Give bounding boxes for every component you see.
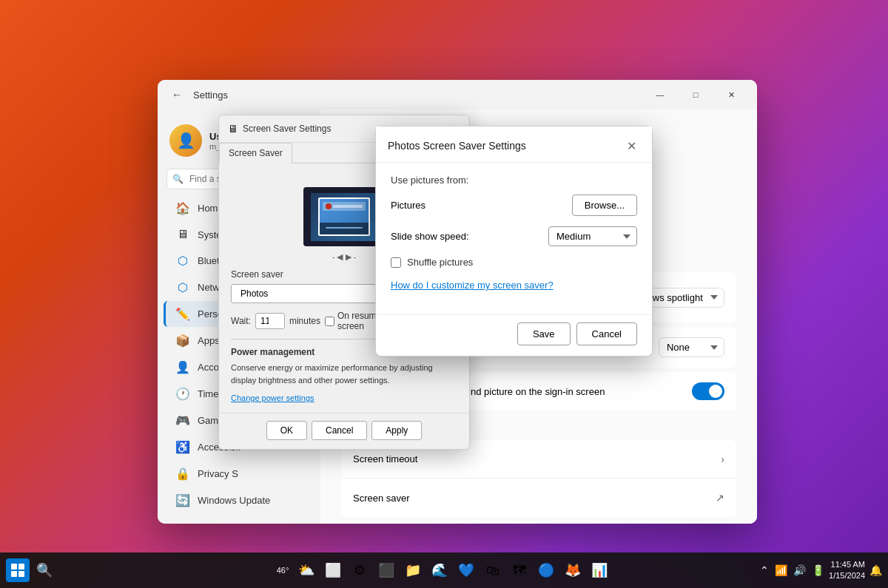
taskbar-weather[interactable]: ⛅ bbox=[295, 558, 318, 582]
screen-saver-label: Screen saver bbox=[353, 493, 410, 504]
taskbar-teams[interactable]: 💙 bbox=[454, 558, 478, 582]
notification-bell-icon[interactable]: 🔔 bbox=[870, 564, 882, 576]
use-pictures-label: Use pictures from: bbox=[391, 175, 637, 186]
browse-button[interactable]: Browse... bbox=[572, 195, 637, 216]
time-display: 11:45 AM 1/15/2024 bbox=[829, 559, 865, 582]
gaming-icon: 🎮 bbox=[175, 413, 190, 428]
status-control: None Weather Mail bbox=[659, 337, 724, 357]
minutes-label: minutes bbox=[289, 316, 320, 326]
photos-footer: Save Cancel bbox=[376, 314, 652, 356]
speed-row: Slide show speed: Medium Slow Fast bbox=[391, 226, 637, 246]
battery-icon[interactable]: 🔋 bbox=[812, 564, 824, 576]
minimize-button[interactable]: — bbox=[643, 83, 677, 107]
taskbar-right: ⌃ 📶 🔊 🔋 11:45 AM 1/15/2024 🔔 bbox=[760, 559, 882, 582]
taskbar-settings-pinned[interactable]: ⚙ bbox=[348, 558, 371, 582]
accessibility-icon: ♿ bbox=[175, 440, 190, 454]
photos-save-button[interactable]: Save bbox=[517, 322, 571, 345]
network-icon: ⬡ bbox=[175, 280, 190, 294]
signin-toggle[interactable] bbox=[692, 382, 724, 400]
window-title: Settings bbox=[193, 89, 637, 101]
pictures-row: Pictures Browse... bbox=[391, 195, 637, 216]
ss-cancel-button[interactable]: Cancel bbox=[312, 421, 367, 440]
resume-checkbox[interactable] bbox=[325, 317, 334, 326]
apps-icon: 📦 bbox=[175, 334, 190, 348]
notification-area: ⌃ 📶 🔊 🔋 bbox=[760, 564, 824, 576]
title-bar: ← Settings — □ ✕ bbox=[158, 80, 757, 109]
taskbar-center: 46° ⛅ ⬜ ⚙ ⬛ 📁 🌊 💙 🛍 🗺 🔵 🦊 📊 bbox=[277, 558, 612, 582]
sidebar-item-windows-update[interactable]: 🔄 Windows Update bbox=[164, 487, 314, 513]
clock-date: 1/15/2024 bbox=[829, 570, 865, 581]
shuffle-checkbox[interactable] bbox=[391, 257, 401, 268]
sidebar-item-privacy[interactable]: 🔒 Privacy S bbox=[164, 461, 314, 487]
screen-saver-dialog-icon: 🖥 bbox=[228, 123, 238, 135]
clock-time: 11:45 AM bbox=[829, 559, 865, 570]
power-link[interactable]: Change power settings bbox=[231, 393, 314, 402]
taskbar-left: 🔍 bbox=[6, 558, 56, 582]
screen-saver-preview bbox=[303, 187, 385, 246]
wifi-icon[interactable]: 📶 bbox=[775, 564, 787, 576]
screen-saver-footer: OK Cancel Apply bbox=[219, 413, 469, 449]
photos-dialog-title: Photos Screen Saver Settings bbox=[388, 140, 526, 152]
related-card: Screen timeout › Screen saver ↗ bbox=[341, 440, 736, 517]
sidebar-item-label-update: Windows Update bbox=[198, 495, 270, 506]
home-icon: 🏠 bbox=[175, 201, 190, 215]
taskbar-edge[interactable]: 🌊 bbox=[428, 558, 451, 582]
photos-cancel-button[interactable]: Cancel bbox=[576, 322, 637, 345]
back-button[interactable]: ← bbox=[166, 84, 187, 105]
avatar: 👤 bbox=[169, 124, 202, 157]
speed-label: Slide show speed: bbox=[391, 231, 469, 242]
taskbar-maps[interactable]: 🗺 bbox=[508, 558, 531, 582]
taskbar-office[interactable]: 📊 bbox=[588, 558, 611, 582]
power-text: Conserve energy or maximize performance … bbox=[231, 362, 457, 386]
shuffle-label: Shuffle pictures bbox=[407, 257, 473, 268]
taskbar-terminal[interactable]: ⬛ bbox=[374, 558, 398, 582]
wait-input[interactable] bbox=[255, 313, 285, 329]
taskbar-chrome[interactable]: 🔵 bbox=[534, 558, 558, 582]
ss-ok-button[interactable]: OK bbox=[266, 421, 307, 440]
system-icon: 🖥 bbox=[175, 228, 190, 241]
wait-label: Wait: bbox=[231, 316, 251, 326]
taskbar-search[interactable]: 🔍 bbox=[33, 558, 56, 582]
sidebar-item-label-apps: Apps bbox=[198, 335, 220, 346]
privacy-icon: 🔒 bbox=[175, 467, 190, 481]
screen-saver-tab[interactable]: Screen Saver bbox=[219, 143, 292, 163]
close-button[interactable]: ✕ bbox=[714, 83, 748, 107]
taskbar: 🔍 46° ⛅ ⬜ ⚙ ⬛ 📁 🌊 💙 🛍 🗺 🔵 🦊 📊 ⌃ 📶 🔊 🔋 11… bbox=[0, 552, 888, 588]
bluetooth-icon: ⬡ bbox=[175, 254, 190, 268]
screen-saver-row[interactable]: Screen saver ↗ bbox=[341, 479, 736, 517]
screen-timeout-chevron: › bbox=[721, 453, 724, 465]
taskbar-file-explorer[interactable]: 📁 bbox=[401, 558, 425, 582]
taskbar-firefox[interactable]: 🦊 bbox=[561, 558, 585, 582]
customize-link[interactable]: How do I customize my screen saver? bbox=[391, 280, 637, 291]
ss-apply-button[interactable]: Apply bbox=[371, 421, 422, 440]
personalization-icon: ✏️ bbox=[175, 307, 190, 321]
search-icon: 🔍 bbox=[172, 174, 184, 184]
screen-saver-ext-icon: ↗ bbox=[716, 492, 724, 504]
shuffle-row: Shuffle pictures bbox=[391, 257, 637, 268]
sidebar-item-label-privacy: Privacy S bbox=[198, 468, 238, 479]
speaker-icon[interactable]: 🔊 bbox=[793, 564, 806, 576]
screen-saver-dialog-title: Screen Saver Settings bbox=[243, 124, 331, 134]
photos-dialog: Photos Screen Saver Settings ✕ Use pictu… bbox=[375, 126, 653, 356]
taskbar-store[interactable]: 🛍 bbox=[481, 558, 505, 582]
screen-timeout-label: Screen timeout bbox=[353, 453, 417, 464]
time-icon: 🕐 bbox=[175, 387, 190, 401]
preview-inner bbox=[311, 193, 377, 241]
photos-dialog-close[interactable]: ✕ bbox=[622, 137, 640, 155]
photos-body: Use pictures from: Pictures Browse... Sl… bbox=[376, 163, 652, 314]
update-icon: 🔄 bbox=[175, 493, 190, 507]
window-controls: — □ ✕ bbox=[643, 83, 748, 107]
start-button[interactable] bbox=[6, 558, 30, 582]
windows-logo bbox=[11, 564, 24, 577]
taskbar-temp: 46° bbox=[277, 566, 289, 575]
taskbar-task-view[interactable]: ⬜ bbox=[321, 558, 345, 582]
accounts-icon: 👤 bbox=[175, 360, 190, 374]
chevron-up-icon[interactable]: ⌃ bbox=[760, 564, 769, 576]
status-dropdown[interactable]: None Weather Mail bbox=[659, 337, 724, 357]
photos-title-bar: Photos Screen Saver Settings ✕ bbox=[376, 126, 652, 163]
speed-dropdown[interactable]: Medium Slow Fast bbox=[548, 226, 637, 246]
maximize-button[interactable]: □ bbox=[679, 83, 713, 107]
pictures-value: Pictures bbox=[391, 200, 426, 211]
